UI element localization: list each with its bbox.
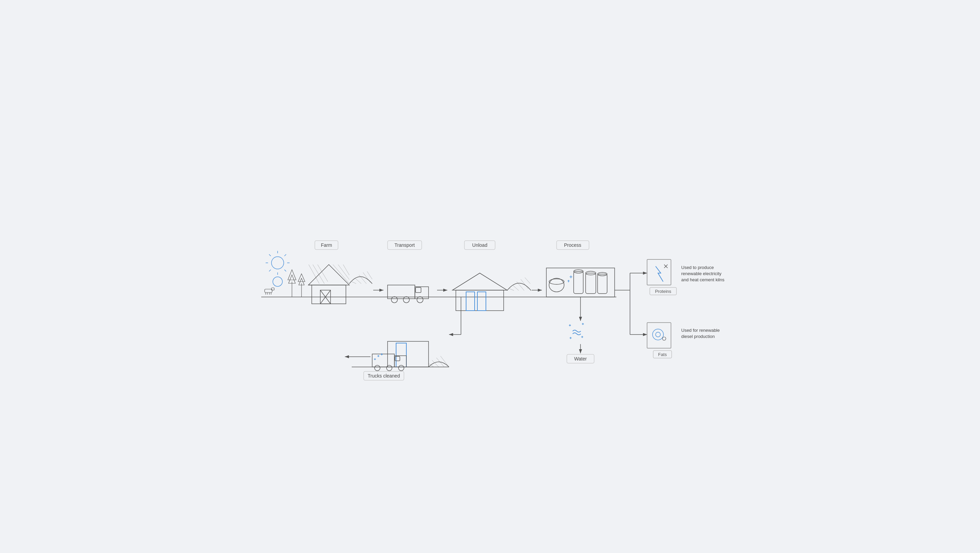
svg-rect-115 <box>647 259 671 285</box>
unload-label: Unload <box>472 242 487 248</box>
trucks-cleaned-label: Trucks cleaned <box>368 373 400 378</box>
transport-label: Transport <box>395 242 415 248</box>
proteins-title: Proteins <box>655 289 671 294</box>
fats-title: Fats <box>658 352 667 357</box>
water-label: Water <box>574 356 587 361</box>
proteins-desc-line1: Used to produce <box>681 265 714 270</box>
fats-desc-line2: diesel production <box>681 334 715 339</box>
proteins-desc-line2: renewable electricity <box>681 271 722 276</box>
svg-rect-119 <box>647 323 671 348</box>
farm-label: Farm <box>321 242 332 248</box>
process-label: Process <box>564 242 582 248</box>
main-diagram: Farm Transport <box>251 191 729 362</box>
fats-desc-line1: Used for renewable <box>681 328 720 333</box>
proteins-desc-line3: and heat cement kilns <box>681 277 725 282</box>
